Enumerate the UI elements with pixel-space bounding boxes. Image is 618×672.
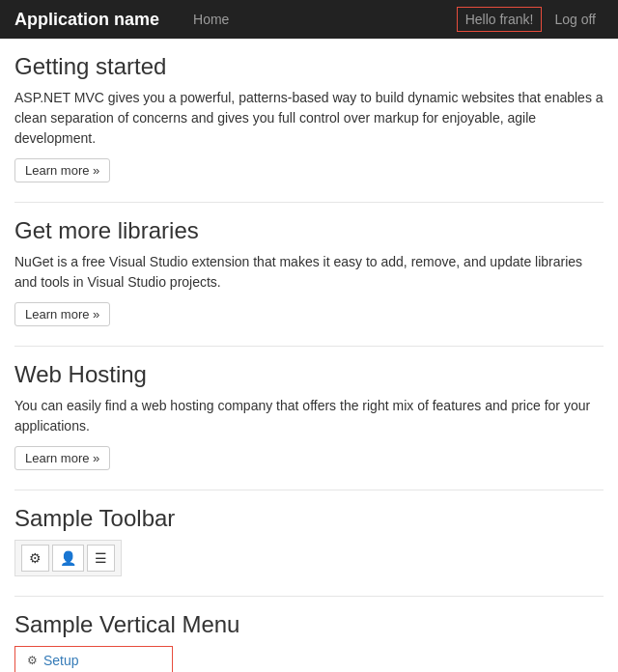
navbar-nav: Home xyxy=(179,2,457,37)
getting-started-title: Getting started xyxy=(14,53,604,80)
hello-user-link[interactable]: Hello frank! xyxy=(457,7,543,32)
toolbar-menu-button[interactable]: ☰ xyxy=(87,545,115,572)
web-hosting-title: Web Hosting xyxy=(14,361,604,388)
navbar-brand[interactable]: Application name xyxy=(14,10,159,30)
divider-3 xyxy=(14,490,604,490)
list-icon: ☰ xyxy=(95,550,107,566)
nav-item-home[interactable]: Home xyxy=(179,2,243,37)
toolbar-box: ⚙ 👤 ☰ xyxy=(14,540,122,576)
divider-2 xyxy=(14,346,604,347)
web-hosting-learn-more[interactable]: Learn more » xyxy=(14,446,110,470)
nav-link-home[interactable]: Home xyxy=(179,2,243,37)
user-icon: 👤 xyxy=(60,550,76,566)
get-more-libraries-title: Get more libraries xyxy=(14,217,604,244)
toolbar-user-button[interactable]: 👤 xyxy=(52,545,84,572)
get-more-libraries-section: Get more libraries NuGet is a free Visua… xyxy=(14,217,604,326)
vertical-menu: ⚙ Setup 👤 Users ☰ Menu Management xyxy=(14,646,173,672)
toolbar-setup-button[interactable]: ⚙ xyxy=(21,545,49,572)
divider-4 xyxy=(14,596,604,597)
navbar-right: Hello frank! Log off xyxy=(457,7,604,32)
web-hosting-description: You can easily find a web hosting compan… xyxy=(14,396,604,436)
vertical-menu-setup-label: Setup xyxy=(43,653,79,668)
setup-icon: ⚙ xyxy=(29,550,42,566)
getting-started-description: ASP.NET MVC gives you a powerful, patter… xyxy=(14,88,604,149)
divider-1 xyxy=(14,202,604,203)
getting-started-section: Getting started ASP.NET MVC gives you a … xyxy=(14,53,604,182)
sample-vertical-menu-title: Sample Vertical Menu xyxy=(14,611,604,638)
setup-icon: ⚙ xyxy=(27,654,38,667)
web-hosting-section: Web Hosting You can easily find a web ho… xyxy=(14,361,604,470)
vertical-menu-item-setup[interactable]: ⚙ Setup xyxy=(15,647,172,672)
sample-toolbar-section: Sample Toolbar ⚙ 👤 ☰ xyxy=(14,505,604,576)
getting-started-learn-more[interactable]: Learn more » xyxy=(14,158,110,182)
get-more-libraries-description: NuGet is a free Visual Studio extension … xyxy=(14,252,604,293)
main-content: Getting started ASP.NET MVC gives you a … xyxy=(0,39,618,672)
sample-toolbar-title: Sample Toolbar xyxy=(14,505,604,532)
get-more-libraries-learn-more[interactable]: Learn more » xyxy=(14,302,110,326)
navbar: Application name Home Hello frank! Log o… xyxy=(0,0,618,39)
logout-link[interactable]: Log off xyxy=(547,8,604,31)
sample-vertical-menu-section: Sample Vertical Menu ⚙ Setup 👤 Users ☰ M… xyxy=(14,611,604,672)
